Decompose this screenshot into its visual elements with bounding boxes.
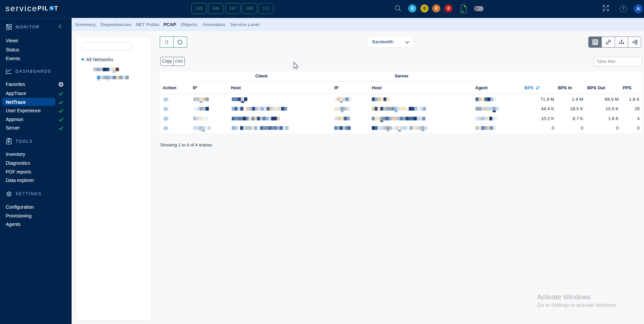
svg-text:AI: AI: [461, 10, 464, 13]
